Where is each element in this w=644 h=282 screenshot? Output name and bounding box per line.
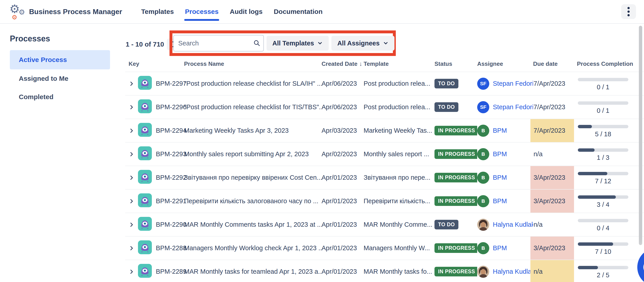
kebab-menu-button[interactable] xyxy=(621,4,636,19)
assignee-link[interactable]: BPM xyxy=(493,174,507,181)
row-expander-chevron-icon[interactable] xyxy=(128,269,134,274)
completion-cell: 1 / 3 xyxy=(578,148,628,161)
chevron-down-icon xyxy=(383,40,389,46)
row-expander-chevron-icon[interactable] xyxy=(128,128,134,134)
progress-bar-fill xyxy=(578,266,598,269)
process-type-icon xyxy=(138,264,152,279)
vertical-scrollbar-thumb[interactable] xyxy=(639,26,642,245)
kebab-dot xyxy=(628,7,630,9)
col-header-assignee[interactable]: Assignee xyxy=(477,61,533,67)
status-cell: IN PROGRESS xyxy=(434,173,477,182)
table-row[interactable]: BPM-2289 MAR Monthly tasks for teamlead … xyxy=(125,260,644,282)
template-cell: Перевірити кількість... xyxy=(364,197,434,205)
process-name-cell[interactable]: Monthly sales report submitting Apr 2, 2… xyxy=(184,150,322,158)
process-key: BPM-2292 xyxy=(156,174,186,181)
process-name-cell[interactable]: MAR Monthly tasks for teamlead Apr 1, 20… xyxy=(184,268,322,275)
due-date-text: 7/Apr/2023 xyxy=(533,127,565,134)
search-input[interactable] xyxy=(173,35,264,52)
nav-tab-templates[interactable]: Templates xyxy=(136,0,179,24)
sidebar-item-active-process[interactable]: Active Process xyxy=(10,50,110,69)
row-expander-chevron-icon[interactable] xyxy=(128,104,134,110)
table-row[interactable]: BPM-2288 Managers Monthly Worklog check … xyxy=(125,236,644,260)
col-header-created-date[interactable]: Created Date ↓ xyxy=(322,61,364,67)
avatar: B xyxy=(477,172,489,184)
process-name-cell[interactable]: Звітування про перевірку ввірених Cost C… xyxy=(184,174,322,181)
row-expander-chevron-icon[interactable] xyxy=(128,222,134,228)
col-header-due-date[interactable]: Due date xyxy=(533,61,577,67)
progress-bar xyxy=(578,242,628,246)
table-row[interactable]: BPM-2294 Marketing Weekly Tasks Apr 3, 2… xyxy=(125,119,644,142)
completion-cell: 7 / 10 xyxy=(578,242,628,255)
assignee-cell: B BPM xyxy=(477,125,533,137)
assignee-link[interactable]: BPM xyxy=(493,150,507,158)
completion-cell: 0 / 1 xyxy=(578,78,628,91)
assignee-cell: Halyna Kudlak xyxy=(477,266,533,278)
col-header-key[interactable]: Key xyxy=(128,61,184,67)
template-cell: MAR Monthly Comme... xyxy=(364,221,434,228)
col-header-process-completion[interactable]: Process Completion xyxy=(577,61,635,67)
process-name-cell[interactable]: Managers Monthly Worklog check Apr 1, 20… xyxy=(184,244,322,252)
process-name-cell[interactable]: Перевірити кількість залогованого часу п… xyxy=(184,197,322,205)
row-expander-chevron-icon[interactable] xyxy=(128,245,134,251)
progress-bar-fill xyxy=(578,125,592,128)
due-date-text: n/a xyxy=(533,150,542,158)
completion-cell: 2 / 5 xyxy=(578,266,628,279)
assignee-link[interactable]: Stepan Fedori xyxy=(493,103,533,111)
table-row[interactable]: BPM-2296 "Post production release checkl… xyxy=(125,95,644,119)
templates-filter-dropdown[interactable]: All Templates xyxy=(266,36,329,51)
created-date-cell: Apr/06/2023 xyxy=(322,103,364,111)
due-date-cell: 3/Apr/2023 xyxy=(533,236,577,260)
table-row[interactable]: BPM-2290 MAR Monthly Comments tasks Apr … xyxy=(125,213,644,236)
process-name-cell[interactable]: "Post production release checklist for T… xyxy=(184,103,322,111)
top-bar: ⚙ ⚙ ⚙ Business Process Manager Templates… xyxy=(0,0,644,24)
table-row[interactable]: BPM-2293 Monthly sales report submitting… xyxy=(125,142,644,166)
assignees-filter-dropdown[interactable]: All Assignees xyxy=(332,36,394,51)
due-date-cell: 7/Apr/2023 xyxy=(533,72,577,95)
process-name-cell[interactable]: "Post production release checklist for S… xyxy=(184,80,322,87)
status-cell: IN PROGRESS xyxy=(434,267,477,276)
avatar-initials: B xyxy=(482,151,485,157)
table-row[interactable]: BPM-2292 Звітування про перевірку ввірен… xyxy=(125,166,644,189)
status-cell: TO DO xyxy=(434,79,477,88)
due-date-text: 3/Apr/2023 xyxy=(533,197,565,205)
avatar-initials: B xyxy=(482,198,485,204)
search-icon xyxy=(253,39,260,47)
assignee-link[interactable]: BPM xyxy=(493,127,507,134)
process-key: BPM-2288 xyxy=(156,244,186,252)
nav-tab-audit-logs[interactable]: Audit logs xyxy=(224,0,268,24)
assignee-cell: B BPM xyxy=(477,242,533,254)
col-header-template[interactable]: Template xyxy=(364,61,434,67)
progress-bar-fill xyxy=(578,195,616,199)
kebab-dot xyxy=(628,14,630,16)
table-row[interactable]: BPM-2291 Перевірити кількість залоговано… xyxy=(125,189,644,213)
assignees-filter-label: All Assignees xyxy=(337,40,380,47)
status-badge: TO DO xyxy=(434,102,458,112)
nav-tab-documentation[interactable]: Documentation xyxy=(268,0,328,24)
avatar-initials: B xyxy=(482,175,485,181)
due-date-cell: 7/Apr/2023 xyxy=(533,96,577,119)
table-header-row: Key Process Name Created Date ↓ Template… xyxy=(125,56,644,72)
process-name-cell[interactable]: MAR Monthly Comments tasks Apr 1, 2023 a… xyxy=(184,221,322,228)
completion-text: 7 / 12 xyxy=(578,177,628,185)
sidebar-item-assigned-to-me[interactable]: Assigned to Me xyxy=(10,69,110,88)
assignee-link[interactable]: Stepan Fedori xyxy=(493,80,533,87)
nav-tab-processes[interactable]: Processes xyxy=(179,0,224,24)
col-header-process-name[interactable]: Process Name xyxy=(184,61,322,67)
app-logo-gears-icon: ⚙ ⚙ ⚙ xyxy=(8,3,25,21)
process-type-icon xyxy=(138,170,152,185)
row-expander-chevron-icon[interactable] xyxy=(128,151,134,157)
created-date-cell: Apr/01/2023 xyxy=(322,268,364,275)
assignee-link[interactable]: Halyna Kudlak xyxy=(493,268,533,275)
row-expander-chevron-icon[interactable] xyxy=(128,198,134,204)
process-name-cell[interactable]: Marketing Weekly Tasks Apr 3, 2023 xyxy=(184,127,322,134)
table-row[interactable]: BPM-2297 "Post production release checkl… xyxy=(125,72,644,95)
col-header-status[interactable]: Status xyxy=(434,61,477,67)
row-expander-chevron-icon[interactable] xyxy=(128,175,134,181)
sidebar-item-completed[interactable]: Completed xyxy=(10,88,110,106)
assignee-link[interactable]: BPM xyxy=(493,244,507,252)
assignee-link[interactable]: BPM xyxy=(493,197,507,205)
created-date-cell: Apr/06/2023 xyxy=(322,80,364,87)
progress-bar xyxy=(578,78,628,81)
assignee-link[interactable]: Halyna Kudlak xyxy=(493,221,533,228)
row-expander-chevron-icon[interactable] xyxy=(128,81,134,87)
